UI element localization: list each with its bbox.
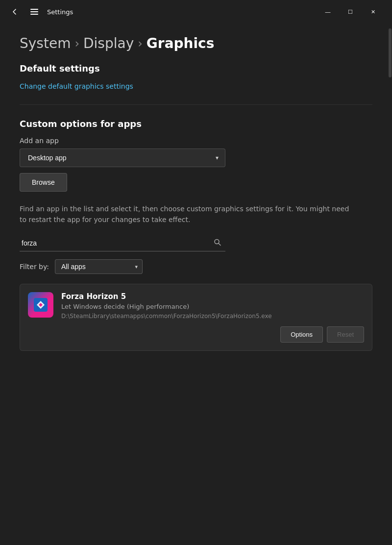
svg-line-1 xyxy=(219,244,220,246)
app-item-top: Forza Horizon 5 Let Windows decide (High… xyxy=(28,292,364,321)
search-icon xyxy=(214,239,221,248)
options-button[interactable]: Options xyxy=(280,326,323,343)
minimize-button[interactable]: — xyxy=(317,4,339,20)
app-setting: Let Windows decide (High performance) xyxy=(61,303,364,310)
close-button[interactable]: ✕ xyxy=(362,4,384,20)
default-settings-section: Default settings Change default graphics… xyxy=(20,63,372,91)
menu-button[interactable] xyxy=(27,5,41,19)
app-list-item: Forza Horizon 5 Let Windows decide (High… xyxy=(20,284,372,351)
breadcrumb-sep-1: › xyxy=(74,37,79,50)
browse-button[interactable]: Browse xyxy=(20,173,67,192)
change-default-link[interactable]: Change default graphics settings xyxy=(20,82,133,90)
breadcrumb-sep-2: › xyxy=(138,37,143,50)
menu-line-3 xyxy=(30,14,38,15)
custom-options-section: Custom options for apps Add an app Deskt… xyxy=(20,119,372,351)
main-content: System › Display › Graphics Default sett… xyxy=(0,24,392,545)
custom-options-title: Custom options for apps xyxy=(20,119,372,129)
scrollbar-track[interactable] xyxy=(388,24,392,545)
maximize-button[interactable]: ☐ xyxy=(339,4,362,20)
search-container xyxy=(20,235,225,251)
breadcrumb: System › Display › Graphics xyxy=(20,35,372,51)
reset-button[interactable]: Reset xyxy=(327,326,364,343)
app-actions: Options Reset xyxy=(28,326,364,343)
title-bar-left: Settings xyxy=(8,5,317,19)
forza-icon xyxy=(34,298,48,312)
menu-line-2 xyxy=(30,11,38,12)
filter-dropdown[interactable]: All apps Microsoft Store apps Desktop ap… xyxy=(55,259,143,274)
app-name: Forza Horizon 5 xyxy=(61,292,364,301)
filter-dropdown-container: All apps Microsoft Store apps Desktop ap… xyxy=(55,259,143,274)
back-button[interactable] xyxy=(8,5,22,19)
search-input[interactable] xyxy=(20,235,225,251)
app-icon-inner xyxy=(28,292,53,318)
breadcrumb-system: System xyxy=(20,35,71,51)
app-type-dropdown-container: Desktop app Microsoft Store app ▾ xyxy=(20,149,225,167)
app-type-dropdown[interactable]: Desktop app Microsoft Store app xyxy=(20,149,225,167)
filter-row: Filter by: All apps Microsoft Store apps… xyxy=(20,259,372,274)
window-controls: — ☐ ✕ xyxy=(317,4,384,20)
scrollbar-thumb[interactable] xyxy=(389,28,392,77)
app-info: Forza Horizon 5 Let Windows decide (High… xyxy=(61,292,364,321)
breadcrumb-graphics: Graphics xyxy=(147,35,215,51)
app-icon xyxy=(28,292,53,318)
help-text: Find an app in the list and select it, t… xyxy=(20,203,353,225)
default-settings-title: Default settings xyxy=(20,63,372,74)
menu-line-1 xyxy=(30,9,38,10)
title-bar: Settings — ☐ ✕ xyxy=(0,0,392,24)
window-title: Settings xyxy=(47,8,73,16)
section-divider-1 xyxy=(20,104,372,105)
settings-window: Settings — ☐ ✕ System › Display › Graphi… xyxy=(0,0,392,545)
app-path: D:\SteamLibrary\steamapps\common\ForzaHo… xyxy=(61,312,364,321)
breadcrumb-display: Display xyxy=(83,35,134,51)
add-app-label: Add an app xyxy=(20,137,372,145)
filter-label: Filter by: xyxy=(20,263,49,271)
